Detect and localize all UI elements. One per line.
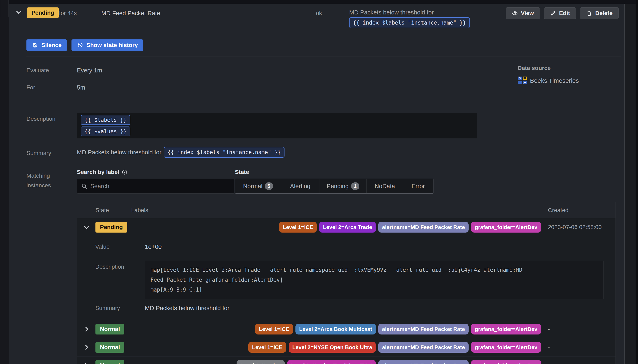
detail-description-box: map[Level 1:ICE Level 2:Arca Trade __ale…	[145, 260, 603, 299]
chevron-down-icon[interactable]	[15, 9, 22, 16]
eye-icon	[512, 10, 518, 16]
value-text: 1e+00	[145, 244, 162, 250]
search-placeholder: Search	[90, 183, 109, 190]
created-cell: -	[548, 362, 615, 364]
datasource-name: Beeks Timeseries	[530, 77, 579, 84]
column-state: State	[95, 207, 131, 214]
detail-description-line: Feed Packet Rate grafana_folder:AlertDev…	[150, 275, 598, 285]
state-filter-pending[interactable]: Pending1	[319, 179, 367, 193]
state-filter-option-label: Normal	[243, 183, 262, 190]
column-created: Created	[548, 207, 615, 214]
state-filter-normal[interactable]: Normal5	[235, 179, 281, 193]
silence-button-label: Silence	[41, 42, 62, 48]
state-filter-count-badge: 1	[351, 182, 359, 190]
state-filter-group: Normal5AlertingPending1NoDataError	[235, 179, 434, 194]
label-chip: alertname=MD Feed Packet Rate	[378, 360, 469, 364]
trash-icon	[586, 10, 592, 16]
edit-button[interactable]: Edit	[544, 8, 576, 19]
description-template-chip: {{ $labels }}	[81, 115, 130, 125]
state-filter-option-label: Alerting	[290, 183, 310, 190]
section-divider	[27, 56, 621, 57]
rule-summary-text: MD Packets below threshold for	[349, 9, 434, 16]
rule-pending-duration: for 44s	[59, 10, 77, 16]
page-right-edge	[636, 0, 638, 364]
state-filter-option-label: Error	[411, 183, 425, 190]
info-icon[interactable]	[122, 169, 127, 175]
label-chip: grafana_folder=AlertDev	[471, 360, 541, 364]
evaluate-label: Evaluate	[27, 67, 77, 74]
state-filter-option-label: Pending	[327, 183, 349, 190]
view-button[interactable]: View	[506, 8, 540, 19]
created-cell: -	[548, 344, 615, 350]
instance-detail: Value1e+00Descriptionmap[Level 1:ICE Lev…	[77, 236, 615, 320]
state-filter-nodata[interactable]: NoData	[367, 179, 403, 193]
search-input[interactable]: Search	[77, 179, 234, 194]
summary-text: MD Packets below threshold for	[77, 149, 161, 156]
left-gutter	[0, 0, 9, 364]
summary-label: Summary	[27, 147, 77, 156]
search-by-label-label: Search by label	[77, 169, 119, 176]
edit-button-label: Edit	[559, 10, 570, 16]
label-chip: Level 1=Nasdaq	[237, 360, 285, 364]
state-filter-alerting[interactable]: Alerting	[281, 179, 319, 193]
pencil-icon	[550, 10, 556, 16]
state-filter-block: State Normal5AlertingPending1NoDataError	[235, 169, 434, 194]
label-chip: Level 2=Arca Book Multicast	[295, 324, 376, 334]
delete-button-label: Delete	[595, 10, 612, 16]
datasource-label: Data source	[518, 65, 579, 72]
instance-state-badge: Normal	[95, 324, 124, 334]
scrollbar-track[interactable]	[624, 4, 636, 364]
search-icon	[81, 183, 87, 189]
view-button-label: View	[521, 10, 534, 16]
chevron-right-icon[interactable]	[77, 344, 95, 350]
alert-rule-panel: Pending for 44s MD Feed Packet Rate ok M…	[9, 4, 624, 364]
corner-box	[1, 0, 9, 17]
show-state-history-button[interactable]: Show state history	[72, 40, 143, 51]
show-state-history-label: Show state history	[86, 42, 138, 48]
instance-row: NormalLevel 1=ICELevel 2=NYSE Open Book …	[77, 338, 615, 356]
description-label: Description	[27, 113, 77, 139]
value-label: Value	[95, 244, 145, 250]
label-chip: alertname=MD Feed Packet Rate	[378, 324, 469, 334]
rule-actions: View Edit Delete	[506, 8, 618, 19]
delete-button[interactable]: Delete	[580, 8, 618, 19]
evaluate-row: Evaluate Every 1m	[27, 67, 102, 74]
chevron-down-icon[interactable]	[77, 224, 95, 230]
description-row: Description {{ $labels }}{{ $values }}	[27, 113, 477, 139]
instances-table: State Labels Created PendingLevel 1=ICEL…	[77, 202, 616, 364]
chevron-right-icon[interactable]	[77, 362, 95, 364]
matching-instances-row: Matching instances	[27, 171, 57, 190]
for-label: For	[27, 84, 77, 91]
rule-name: MD Feed Packet Rate	[101, 10, 160, 17]
created-cell: -	[548, 326, 615, 332]
instance-row: PendingLevel 1=ICELevel 2=Arca Tradealer…	[77, 218, 615, 236]
detail-description-line: map[A:9 B:9 C:1]	[150, 285, 598, 295]
detail-description-label: Description	[95, 260, 145, 299]
instance-state-badge: Pending	[95, 222, 127, 232]
label-chip: Level 1=ICE	[255, 324, 293, 334]
detail-summary-label: Summary	[95, 305, 145, 312]
chevron-right-icon[interactable]	[77, 326, 95, 332]
state-filter-count-badge: 5	[265, 182, 273, 190]
description-template-chip: {{ $values }}	[81, 126, 130, 136]
top-strip	[0, 0, 638, 4]
instance-row: NormalLevel 1=NasdaqLevel 2=Nasdaq Total…	[77, 356, 615, 364]
for-value: 5m	[77, 84, 85, 91]
instance-row: NormalLevel 1=ICELevel 2=Arca Book Multi…	[77, 320, 615, 338]
instance-state-badge: Normal	[95, 360, 124, 364]
instance-state-badge: Normal	[95, 342, 124, 353]
matching-instances-label: Matching instances	[27, 171, 57, 190]
state-filter-error[interactable]: Error	[403, 179, 433, 193]
label-chip: Level 2=Nasdaq TotalView-ITCH	[287, 360, 376, 364]
rule-toolbar: Silence Show state history	[27, 40, 143, 51]
rule-health: ok	[316, 10, 322, 16]
label-chip: Level 2=NYSE Open Book Ultra	[289, 342, 376, 353]
detail-summary-text: MD Packets below threshold for	[145, 305, 229, 312]
label-chip: grafana_folder=AlertDev	[471, 342, 541, 353]
label-chip: Level 1=ICE	[248, 342, 286, 353]
instances-table-header: State Labels Created	[77, 202, 615, 218]
summary-row: Summary MD Packets below threshold for {…	[27, 147, 285, 158]
silence-button[interactable]: Silence	[27, 40, 67, 51]
label-chip: Level 2=Arca Trade	[319, 222, 376, 232]
label-chip: alertname=MD Feed Packet Rate	[378, 342, 469, 353]
